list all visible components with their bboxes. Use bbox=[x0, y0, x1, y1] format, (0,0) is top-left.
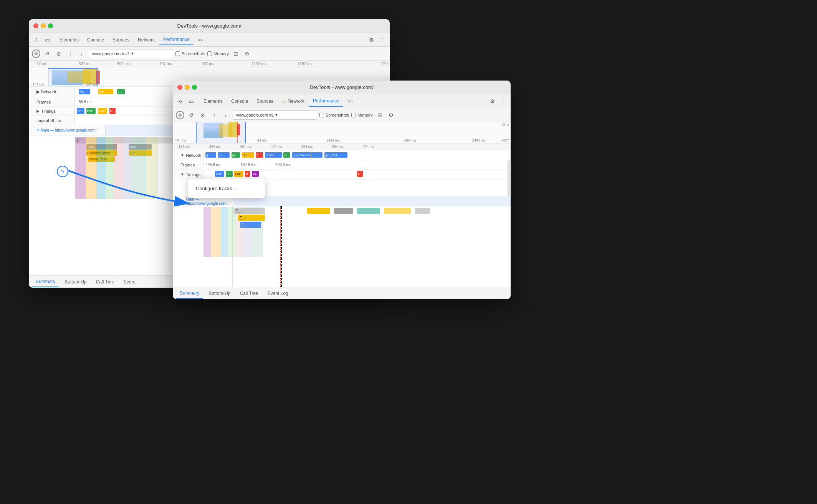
ruler-97ms: 97 ms bbox=[36, 62, 47, 66]
screenshots-checkbox-front[interactable] bbox=[319, 113, 324, 117]
bottom-tab-summary-back[interactable]: Summary bbox=[32, 277, 59, 287]
more-icon-front[interactable]: ⋮ bbox=[498, 97, 508, 106]
bottom-tab-bottomup-back[interactable]: Bottom-Up bbox=[61, 277, 90, 287]
network-warning-icon: ⚠ bbox=[282, 99, 286, 104]
device-icon[interactable]: ▭ bbox=[43, 35, 52, 44]
screenshot-capture-icon-front[interactable]: ⊟ bbox=[375, 110, 384, 120]
network-content-front: g... ge... ge clie... 9... hPYm... ch ge… bbox=[203, 150, 511, 160]
timings-label-front: ▼Timings bbox=[173, 170, 203, 179]
ruler-194ms: 194 ms bbox=[179, 145, 190, 148]
traffic-lights-front bbox=[177, 85, 197, 90]
minimize-button-front[interactable] bbox=[185, 85, 190, 90]
perf-settings-icon-front[interactable]: ⚙ bbox=[387, 110, 396, 120]
maximize-button-front[interactable] bbox=[192, 85, 197, 90]
bottom-tab-calltree-front[interactable]: Call Tree bbox=[236, 288, 262, 299]
perf-settings-icon-back[interactable]: ⚙ bbox=[243, 49, 252, 58]
memory-checkbox-back[interactable] bbox=[207, 51, 212, 56]
clear-icon-back[interactable]: ⊘ bbox=[54, 49, 63, 58]
tab-bar-front: ⊹ ▭ Elements Console Sources ⚠ Network P… bbox=[173, 94, 511, 108]
record-button-back[interactable] bbox=[32, 49, 40, 58]
memory-label-front: Memory bbox=[357, 113, 373, 117]
frames-val3: 493.3 ms bbox=[275, 163, 291, 167]
url-dropdown-front[interactable]: www.google.com #1 ▾ bbox=[233, 110, 317, 120]
frames-content-front: 295.8 ms 182.6 ms 493.3 ms bbox=[203, 160, 511, 169]
maximize-button-back[interactable] bbox=[48, 23, 53, 28]
minimize-button-back[interactable] bbox=[41, 23, 46, 28]
tab-console-back[interactable]: Console bbox=[83, 35, 108, 45]
cpu-ruler-front: 494 ms 94 ms 1494 ms 1994 ms 2494 ms CPU… bbox=[173, 122, 511, 143]
timeline-ruler2-front: 194 ms 294 ms 394 ms 494 ms 594 ms 694 m… bbox=[173, 143, 511, 150]
tab-sources-front[interactable]: Sources bbox=[253, 96, 277, 107]
url-text-back: www.google.com #1 bbox=[92, 51, 130, 56]
traffic-lights-back bbox=[33, 23, 53, 28]
toolbar-row-back: ↺ ⊘ ↑ ↓ www.google.com #1 ▾ Screenshots … bbox=[29, 47, 390, 61]
svg-point-2 bbox=[179, 114, 182, 117]
record-button-front[interactable] bbox=[176, 111, 184, 119]
timings-label-back: ▶Timings bbox=[29, 107, 75, 115]
memory-label-back: Memory bbox=[213, 51, 229, 56]
frames-row-front: Frames 295.8 ms 182.6 ms 493.3 ms bbox=[173, 160, 511, 170]
inspector-icon[interactable]: ⊹ bbox=[32, 35, 41, 44]
tab-network-front[interactable]: ⚠ Network bbox=[278, 96, 308, 107]
tab-elements-back[interactable]: Elements bbox=[56, 35, 83, 45]
upload-icon-front[interactable]: ↑ bbox=[210, 110, 219, 120]
flame-chart-front: T... E...t (... bbox=[173, 206, 511, 287]
frames-label-back: Frames bbox=[29, 97, 75, 106]
ruler-1397ms: 1397 ms bbox=[298, 62, 312, 66]
ruler-997ms: 997 ms bbox=[202, 62, 214, 66]
tab-more-front[interactable]: >> bbox=[344, 96, 357, 107]
settings-icon-back[interactable]: ⚙ bbox=[367, 35, 376, 44]
close-button-back[interactable] bbox=[33, 23, 38, 28]
tab-right-icons-back: ⚙ ⋮ bbox=[367, 35, 387, 44]
network-label-front: ▼Network bbox=[173, 150, 203, 160]
bottom-tab-eventlog-back[interactable]: Even... bbox=[120, 277, 142, 287]
tab-performance-back[interactable]: Performance bbox=[159, 35, 194, 45]
device-icon-front[interactable]: ▭ bbox=[187, 97, 196, 106]
tab-bar-back: ⊹ ▭ Elements Console Sources Network Per… bbox=[29, 33, 390, 47]
configure-tracks-popup: Configure tracks... bbox=[188, 179, 265, 198]
screenshot-capture-icon-back[interactable]: ⊟ bbox=[231, 49, 240, 58]
configure-tracks-item[interactable]: Configure tracks... bbox=[188, 182, 265, 195]
screenshots-group-front: Screenshots bbox=[319, 113, 349, 117]
ruler-694ms: 694 ms bbox=[332, 145, 344, 148]
tab-console-front[interactable]: Console bbox=[227, 96, 252, 107]
cpu-label-back: CPU bbox=[381, 61, 388, 65]
window-title-front: DevTools - www.google.com/ bbox=[310, 84, 374, 90]
clear-icon-front[interactable]: ⊘ bbox=[198, 110, 207, 120]
ruler-597ms: 597 ms bbox=[117, 62, 130, 66]
tab-more-back[interactable]: >> bbox=[194, 35, 207, 45]
upload-icon-back[interactable]: ↑ bbox=[66, 49, 75, 58]
edit-circle-annotation: ✎ bbox=[57, 166, 68, 177]
tab-performance-front[interactable]: Performance bbox=[309, 96, 343, 107]
bottom-tab-calltree-back[interactable]: Call Tree bbox=[92, 277, 118, 287]
url-dropdown-back[interactable]: www.google.com #1 ▾ bbox=[89, 49, 173, 58]
ruler-294ms: 294 ms bbox=[209, 145, 221, 148]
main-label-back: ✎ Main — https://www.google.com/ bbox=[29, 125, 106, 135]
tab-right-icons-front: ⚙ ⋮ bbox=[488, 97, 508, 106]
tab-elements-front[interactable]: Elements bbox=[200, 96, 227, 107]
bottom-tabs-front: Summary Bottom-Up Call Tree Event Log bbox=[173, 287, 511, 299]
tab-sources-back[interactable]: Sources bbox=[109, 35, 133, 45]
more-icon-back[interactable]: ⋮ bbox=[377, 35, 387, 44]
refresh-icon-front[interactable]: ↺ bbox=[187, 110, 196, 120]
settings-icon-front[interactable]: ⚙ bbox=[488, 97, 497, 106]
close-button-front[interactable] bbox=[177, 85, 182, 90]
download-icon-front[interactable]: ↓ bbox=[221, 110, 230, 120]
memory-group-front: Memory bbox=[351, 113, 373, 117]
memory-checkbox-front[interactable] bbox=[351, 113, 356, 117]
download-icon-back[interactable]: ↓ bbox=[77, 49, 86, 58]
bottom-tab-bottomup-front[interactable]: Bottom-Up bbox=[205, 288, 234, 299]
inspector-icon-front[interactable]: ⊹ bbox=[176, 97, 185, 106]
refresh-icon-back[interactable]: ↺ bbox=[43, 49, 52, 58]
memory-group-back: Memory bbox=[207, 51, 229, 56]
title-bar-back: DevTools - www.google.com/ bbox=[29, 19, 390, 33]
dropdown-arrow-front: ▾ bbox=[275, 112, 278, 117]
bottom-tab-eventlog-front[interactable]: Event Log bbox=[264, 288, 292, 299]
bottom-tab-summary-front[interactable]: Summary bbox=[176, 288, 203, 299]
screenshots-checkbox-back[interactable] bbox=[175, 51, 180, 56]
dropdown-arrow-back: ▾ bbox=[131, 51, 134, 56]
tab-network-back[interactable]: Network bbox=[134, 35, 159, 45]
ruler-494ms: 494 ms bbox=[271, 145, 282, 148]
screenshots-group-back: Screenshots bbox=[175, 51, 205, 56]
frames-val2: 182.6 ms bbox=[240, 163, 256, 167]
